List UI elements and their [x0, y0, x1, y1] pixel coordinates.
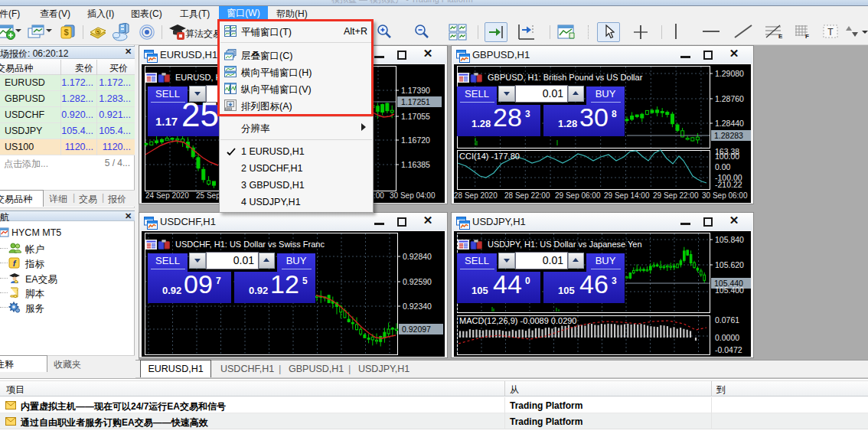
svg-text:E: E [778, 33, 783, 39]
svg-text:100.00: 100.00 [715, 152, 739, 161]
svg-text:1.17390: 1.17390 [401, 86, 430, 95]
svg-text:30 Sep 04:00: 30 Sep 04:00 [390, 191, 436, 200]
svg-text:25 Sep: 25 Sep [196, 191, 220, 200]
svg-text:0.92340: 0.92340 [403, 302, 432, 311]
svg-text:0.0761: 0.0761 [715, 315, 739, 325]
svg-text:0.92590: 0.92590 [403, 277, 432, 286]
svg-text:28 Sep 2020: 28 Sep 2020 [454, 191, 498, 200]
svg-text:F: F [805, 33, 809, 39]
svg-text:MACD(12,26,9) -0.0089 0.0290: MACD(12,26,9) -0.0089 0.0290 [459, 316, 576, 325]
svg-text:1.16385: 1.16385 [401, 160, 430, 169]
svg-text:-0.0472: -0.0472 [715, 345, 742, 354]
svg-text:1.29080: 1.29080 [715, 69, 744, 78]
svg-text:29 Sep 06:00: 29 Sep 06:00 [555, 191, 601, 200]
svg-text:105.620: 105.620 [715, 260, 744, 269]
svg-text:29 Sep 22:00: 29 Sep 22:00 [653, 191, 699, 200]
svg-text:0.00: 0.00 [715, 162, 731, 171]
svg-text::00: :00 [374, 191, 384, 200]
svg-text:0.92840: 0.92840 [403, 252, 432, 261]
svg-text:CCI(14) -177.80: CCI(14) -177.80 [459, 152, 520, 161]
svg-text:0.0000: 0.0000 [715, 333, 739, 342]
svg-text:1.17251: 1.17251 [401, 97, 430, 106]
svg-text:-210.22: -210.22 [715, 180, 742, 189]
svg-text:5: 5 [96, 30, 100, 35]
svg-text:24 Sep 2020: 24 Sep 2020 [145, 191, 189, 200]
svg-text:29 Sep 14:00: 29 Sep 14:00 [604, 191, 650, 200]
svg-text:$: $ [64, 28, 68, 37]
svg-text:28 Sep 22:00: 28 Sep 22:00 [504, 191, 550, 200]
svg-text:T: T [827, 27, 834, 38]
svg-text:0.92097: 0.92097 [402, 325, 431, 334]
svg-text:30 Sep 06:00: 30 Sep 06:00 [702, 191, 748, 200]
svg-text:105.840: 105.840 [715, 235, 744, 244]
svg-text:1.28440: 1.28440 [715, 119, 744, 128]
svg-text:1.28760: 1.28760 [715, 94, 744, 103]
svg-text:1.17055: 1.17055 [401, 112, 430, 121]
svg-text:1.16720: 1.16720 [401, 135, 430, 145]
svg-text:1.28283: 1.28283 [714, 131, 743, 140]
svg-text:105.400: 105.400 [715, 286, 744, 295]
